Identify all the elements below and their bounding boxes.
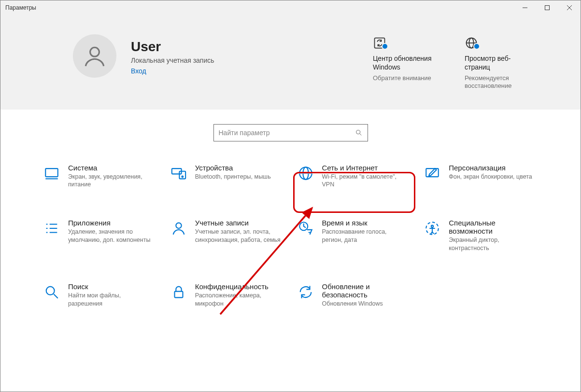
cat-sub: Обновления Windows <box>322 300 409 308</box>
globe-icon <box>298 165 314 182</box>
svg-line-31 <box>54 294 58 298</box>
attention-badge <box>473 43 480 50</box>
cat-title: Учетные записи <box>195 219 282 227</box>
accessibility-icon <box>424 220 440 237</box>
account-type: Локальная учетная запись <box>131 56 373 64</box>
tile-windows-update[interactable]: Центр обновления Windows Обратите вниман… <box>373 34 440 90</box>
search-icon <box>355 129 363 137</box>
user-icon <box>83 44 107 68</box>
tile-web-browsing[interactable]: Просмотр веб-страниц Рекомендуется восст… <box>465 34 532 90</box>
category-apps[interactable]: ПриложенияУдаление, значения по умолчани… <box>39 216 161 255</box>
minimize-button[interactable] <box>514 0 536 15</box>
user-name: User <box>131 39 373 55</box>
cat-sub: Фон, экран блокировки, цвета <box>449 173 532 181</box>
tile-sub: Рекомендуется восстановление <box>465 74 532 90</box>
attention-badge <box>382 43 388 50</box>
pen-monitor-icon <box>424 165 440 182</box>
cat-sub: Расположение, камера, микрофон <box>195 292 282 308</box>
category-time-language[interactable]: Время и языкРаспознавание голоса, регион… <box>293 216 415 255</box>
cat-title: Сеть и Интернет <box>322 164 409 172</box>
search-input[interactable] <box>219 129 355 137</box>
cat-title: Обновление и безопасность <box>322 282 409 299</box>
svg-rect-11 <box>45 168 58 177</box>
cat-sub: Удаление, значения по умолчанию, доп. ко… <box>68 228 155 244</box>
svg-point-30 <box>46 287 55 295</box>
devices-icon <box>170 165 187 182</box>
cat-sub: Bluetooth, принтеры, мышь <box>195 173 271 181</box>
tile-title: Центр обновления Windows <box>373 55 440 71</box>
cat-title: Приложения <box>68 219 155 227</box>
svg-point-4 <box>90 47 99 56</box>
category-ease-of-access[interactable]: Специальные возможностиЭкранный диктор, … <box>420 216 542 255</box>
svg-rect-1 <box>545 6 550 10</box>
person-icon <box>170 220 187 237</box>
cat-sub: Учетные записи, эл. почта, синхронизация… <box>195 228 282 244</box>
category-system[interactable]: СистемаЭкран, звук, уведомления, питание <box>39 161 161 192</box>
titlebar: Параметры <box>0 0 581 15</box>
svg-line-10 <box>360 134 361 135</box>
category-personalization[interactable]: ПерсонализацияФон, экран блокировки, цве… <box>420 161 542 192</box>
window-controls <box>514 0 581 15</box>
cat-title: Поиск <box>68 282 155 291</box>
tile-title: Просмотр веб-страниц <box>465 55 532 71</box>
cat-title: Специальные возможности <box>449 219 536 235</box>
avatar <box>73 34 116 78</box>
tile-sub: Обратите внимание <box>373 74 440 82</box>
cat-title: Устройства <box>195 164 271 172</box>
svg-point-9 <box>356 130 360 134</box>
cat-title: Персонализация <box>449 164 532 172</box>
cat-title: Система <box>68 164 155 172</box>
lock-icon <box>170 284 187 300</box>
category-privacy[interactable]: КонфиденциальностьРасположение, камера, … <box>166 280 288 311</box>
svg-point-29 <box>431 225 433 227</box>
update-icon <box>298 284 314 300</box>
cat-sub: Экран, звук, уведомления, питание <box>68 173 155 189</box>
cat-title: Время и язык <box>322 219 409 227</box>
account-hero: User Локальная учетная запись Вход Центр… <box>0 15 581 110</box>
cat-sub: Wi-Fi, режим "в самолете", VPN <box>322 173 409 189</box>
category-devices[interactable]: УстройстваBluetooth, принтеры, мышь <box>166 161 288 192</box>
cat-sub: Найти мои файлы, разрешения <box>68 292 155 308</box>
cat-sub: Экранный диктор, контрастность <box>449 236 536 252</box>
svg-rect-32 <box>174 292 183 298</box>
search-wrap <box>0 110 581 151</box>
category-search[interactable]: ПоискНайти мои файлы, разрешения <box>39 280 161 311</box>
hero-tiles: Центр обновления Windows Обратите вниман… <box>373 34 552 90</box>
category-accounts[interactable]: Учетные записиУчетные записи, эл. почта,… <box>166 216 288 255</box>
user-info: User Локальная учетная запись Вход <box>131 34 373 75</box>
category-grid: СистемаЭкран, звук, уведомления, питание… <box>0 151 581 330</box>
search-box[interactable] <box>213 124 368 141</box>
magnifier-icon <box>43 284 60 300</box>
close-button[interactable] <box>558 0 581 15</box>
time-lang-icon <box>298 220 314 237</box>
svg-point-15 <box>182 176 183 177</box>
cat-title: Конфиденциальность <box>195 282 282 291</box>
cat-sub: Распознавание голоса, регион, дата <box>322 228 409 244</box>
svg-point-26 <box>176 223 181 228</box>
window-title: Параметры <box>0 4 514 11</box>
category-network[interactable]: Сеть и ИнтернетWi-Fi, режим "в самолете"… <box>293 161 415 192</box>
maximize-button[interactable] <box>536 0 558 15</box>
category-update-security[interactable]: Обновление и безопасностьОбновления Wind… <box>293 280 415 311</box>
signin-link[interactable]: Вход <box>131 67 373 75</box>
list-icon <box>43 220 60 237</box>
display-icon <box>43 165 60 182</box>
